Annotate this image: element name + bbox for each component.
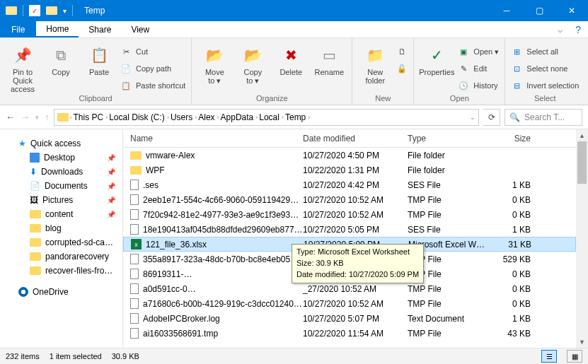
file-name: a0d591cc-0… <box>143 284 196 294</box>
file-name: vmware-Alex <box>146 151 195 160</box>
nav-quick-access[interactable]: ★Quick access <box>4 136 118 151</box>
file-size: 1 KB <box>487 225 538 235</box>
breadcrumb-dropdown-icon[interactable]: ⌄ <box>470 114 475 121</box>
crumb[interactable]: AppData› <box>221 112 258 122</box>
vertical-scrollbar[interactable]: ▲ ▼ <box>576 129 588 348</box>
delete-button[interactable]: ✖ Delete <box>274 41 308 76</box>
scroll-up-icon[interactable]: ▲ <box>576 129 588 141</box>
edit-button[interactable]: ✎Edit <box>458 61 499 76</box>
nav-pandora[interactable]: pandorarecovery <box>4 249 118 264</box>
table-row[interactable]: a71680c6-b00b-4129-919c-c3dcc01240311…10… <box>123 296 576 311</box>
tab-view[interactable]: View <box>121 21 159 37</box>
column-date[interactable]: Date modified <box>303 134 408 143</box>
file-name: 18e190413af045db88dfded29609eb877.db… <box>143 225 303 235</box>
table-row[interactable]: AdobeIPCBroker.log10/27/2020 5:07 PMText… <box>123 311 576 326</box>
search-input[interactable]: 🔍 Search T... <box>505 109 582 126</box>
select-none-button[interactable]: ⊡Select none <box>511 61 579 76</box>
file-size: 0 KB <box>487 269 538 279</box>
table-row[interactable]: 2eeb1e71-554c-4c66-9060-059119429cbd…10/… <box>123 192 576 207</box>
delete-icon: ✖ <box>279 44 302 66</box>
up-button[interactable]: ↑ <box>45 112 50 122</box>
invert-selection-button[interactable]: ⊟Invert selection <box>511 78 579 93</box>
new-folder-button[interactable]: 📁 New folder <box>358 41 392 85</box>
scroll-down-icon[interactable]: ▼ <box>576 336 588 348</box>
star-icon: ★ <box>18 139 26 148</box>
folder-icon[interactable] <box>46 6 57 15</box>
qat-dropdown-icon[interactable]: ▾ <box>63 7 67 15</box>
crumb[interactable]: Temp› <box>285 112 310 122</box>
file-menu[interactable]: File <box>0 21 36 37</box>
close-button[interactable]: ✕ <box>555 0 588 21</box>
copy-button[interactable]: ⧉ Copy <box>44 41 78 76</box>
open-button[interactable]: ▣Open ▾ <box>458 44 499 59</box>
paste-icon: 📋 <box>88 44 110 66</box>
nav-onedrive[interactable]: OneDrive <box>4 285 118 299</box>
column-type[interactable]: Type <box>408 134 487 143</box>
move-to-button[interactable]: 📂 Move to ▾ <box>197 41 231 85</box>
table-row[interactable]: vmware-Alex10/27/2020 4:50 PMFile folder <box>123 148 576 163</box>
cut-icon: ✂ <box>120 47 132 57</box>
file-date: 10/22/2020 1:31 PM <box>303 165 408 175</box>
tab-home[interactable]: Home <box>36 21 79 37</box>
new-item-button[interactable]: 🗋 <box>396 44 408 59</box>
crumb[interactable]: This PC› <box>74 112 108 122</box>
recent-locations-icon[interactable]: ▾ <box>35 114 39 121</box>
tab-share[interactable]: Share <box>79 21 121 37</box>
table-row[interactable]: WPF10/22/2020 1:31 PMFile folder <box>123 163 576 177</box>
pin-icon: 📌 <box>107 196 115 204</box>
view-thumbnails-button[interactable]: ▦ <box>567 350 582 363</box>
file-name: 86919311-… <box>143 269 192 279</box>
copy-path-button[interactable]: 📄Copy path <box>120 61 185 76</box>
pin-to-quick-access-button[interactable]: 📌 Pin to Quick access <box>6 41 40 93</box>
crumb[interactable]: Users› <box>171 112 197 122</box>
table-row[interactable]: a0d591cc-0…_27/2020 10:52 AMTMP File0 KB <box>123 281 576 296</box>
table-row[interactable]: 18e190413af045db88dfded29609eb877.db…10/… <box>123 222 576 237</box>
nav-pictures[interactable]: 🖼Pictures📌 <box>4 193 118 207</box>
file-name: ai16033568691.tmp <box>143 329 218 339</box>
view-details-button[interactable]: ☰ <box>541 350 557 363</box>
refresh-button[interactable]: ⟳ <box>483 109 500 126</box>
paste-shortcut-button[interactable]: 📋Paste shortcut <box>120 78 185 93</box>
nav-corrupted[interactable]: corrupted-sd-ca… <box>4 235 118 249</box>
crumb[interactable]: Local Disk (C:)› <box>109 112 169 122</box>
file-name: WPF <box>146 165 165 175</box>
scroll-thumb[interactable] <box>577 141 587 184</box>
properties-button[interactable]: ✓ Properties <box>420 41 454 76</box>
table-row[interactable]: .ses10/27/2020 4:42 PMSES File1 KB <box>123 177 576 192</box>
table-row[interactable]: ai16033568691.tmp10/22/2020 11:54 AMTMP … <box>123 326 576 341</box>
nav-content[interactable]: content📌 <box>4 207 118 221</box>
help-icon[interactable]: ? <box>568 21 588 37</box>
crumb[interactable]: Local› <box>259 112 284 122</box>
select-all-button[interactable]: ⊞Select all <box>511 44 579 59</box>
cut-button[interactable]: ✂Cut <box>120 44 185 59</box>
breadcrumb[interactable]: › This PC› Local Disk (C:)› Users› Alex›… <box>54 109 480 126</box>
back-button[interactable]: ← <box>6 112 15 122</box>
copy-to-button[interactable]: 📂 Copy to ▾ <box>236 41 270 85</box>
file-size: 1 KB <box>487 314 538 324</box>
ribbon-toggle-icon[interactable]: ⌵ <box>552 21 568 37</box>
table-row[interactable]: 7f20c942-81e2-4977-93e3-ae9c1f3e9384.t…1… <box>123 207 576 222</box>
file-date: 10/27/2020 4:42 PM <box>303 180 408 190</box>
nav-downloads[interactable]: ⬇Downloads📌 <box>4 165 118 179</box>
nav-documents[interactable]: 📄Documents📌 <box>4 179 118 193</box>
column-size[interactable]: Size <box>487 134 538 143</box>
nav-desktop[interactable]: Desktop📌 <box>4 151 118 165</box>
nav-blog[interactable]: blog <box>4 221 118 235</box>
tooltip: Type: Microsoft Excel Worksheet Size: 30… <box>292 244 424 283</box>
nav-recover[interactable]: recover-files-fro… <box>4 264 118 278</box>
crumb[interactable]: Alex› <box>198 112 219 122</box>
folder-icon <box>30 238 41 247</box>
file-date: 10/27/2020 10:52 AM <box>303 195 408 205</box>
check-icon[interactable]: ✓ <box>29 5 40 16</box>
status-selected-count: 1 item selected <box>50 352 102 360</box>
column-name[interactable]: Name <box>123 134 303 143</box>
rename-button[interactable]: ▭ Rename <box>312 41 346 76</box>
easy-access-button[interactable]: 🔓 <box>396 61 408 76</box>
move-to-icon: 📂 <box>203 44 226 66</box>
forward-button[interactable]: → <box>21 112 30 122</box>
minimize-button[interactable]: ─ <box>490 0 523 21</box>
history-button[interactable]: 🕓History <box>458 78 499 93</box>
paste-button[interactable]: 📋 Paste <box>82 41 116 76</box>
copy-to-icon: 📂 <box>241 44 264 66</box>
maximize-button[interactable]: ▢ <box>523 0 555 21</box>
